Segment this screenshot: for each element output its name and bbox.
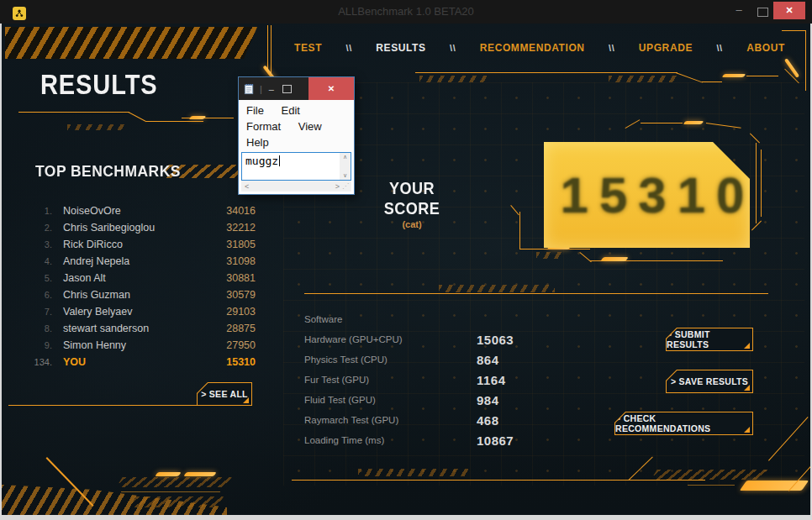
nav-item-upgrade[interactable]: UPGRADE (639, 42, 693, 54)
deco-divider (292, 480, 705, 481)
nav-separator: \\ (450, 43, 456, 53)
nav-item-test[interactable]: TEST (294, 42, 322, 54)
notepad-maximize-icon[interactable] (282, 85, 292, 93)
notepad-minimize-icon[interactable]: – (269, 85, 274, 93)
notepad-text[interactable]: muggz (242, 153, 340, 180)
app-canvas: TEST \\ RESULTS \\ RECOMMENDATION \\ UPG… (2, 24, 810, 515)
notepad-text-value: muggz (245, 155, 278, 167)
detail-value: 1164 (477, 373, 506, 387)
detail-value: 10867 (477, 433, 514, 448)
scroll-down-icon[interactable]: ∨ (343, 172, 347, 179)
horizontal-scrollbar[interactable]: < > ⋰ (241, 181, 351, 192)
deco-line (625, 119, 641, 129)
deco-hatch (419, 76, 487, 82)
close-icon[interactable]: ✕ (773, 2, 805, 19)
see-all-button[interactable]: > SEE ALL (197, 382, 252, 406)
player-score: 30579 (208, 286, 261, 303)
deco-line (768, 417, 809, 461)
resize-grip-icon[interactable]: ⋰ (340, 182, 351, 190)
check-recommendations-button[interactable]: > CHECK RECOMMENDATIONS (614, 412, 753, 435)
deco-blob (740, 481, 809, 491)
deco-line (590, 260, 723, 261)
menu-item-help[interactable]: Help (246, 136, 269, 149)
score-box: 15310 (544, 142, 750, 248)
table-row: 9.Simon Henny27950 (17, 337, 261, 354)
minimize-icon[interactable]: – (731, 3, 746, 16)
deco-dash (683, 121, 704, 124)
scroll-left-icon[interactable]: < (245, 182, 249, 191)
deco-streak (784, 58, 799, 78)
menu-item-file[interactable]: File (246, 104, 264, 117)
detail-value: 984 (477, 393, 499, 407)
deco-line (8, 405, 198, 406)
maximize-icon[interactable] (757, 8, 768, 17)
detail-label: Fluid Test (GPU) (304, 395, 477, 405)
deco-line (746, 76, 778, 76)
menu-item-view[interactable]: View (298, 120, 322, 133)
detail-row: Loading Time (ms)10867 (304, 430, 556, 450)
corner-triangle-icon (744, 343, 750, 349)
menu-row: Help (246, 134, 354, 150)
notepad-title-bar[interactable]: | – ✕ (239, 77, 354, 100)
notepad-close-icon[interactable]: ✕ (308, 77, 354, 100)
player-name: NoiseOvOre (63, 202, 208, 219)
player-name: Rick DiRicco (63, 236, 208, 253)
divider: | (260, 84, 262, 94)
notepad-text-area[interactable]: muggz ∧ ∨ (241, 152, 351, 181)
deco-line (805, 30, 806, 91)
deco-line (182, 118, 234, 118)
check-recommendations-label: > CHECK RECOMMENDATIONS (615, 412, 752, 434)
save-results-button[interactable]: > SAVE RESULTS (666, 370, 753, 393)
nav-item-about[interactable]: ABOUT (746, 42, 785, 54)
table-row: 2.Chris Saribegioglou32212 (17, 219, 261, 236)
deco-dash (189, 116, 207, 119)
leaderboard: 1.NoiseOvOre34016 2.Chris Saribegioglou3… (17, 202, 261, 370)
deco-line (519, 212, 520, 249)
player-score: 27950 (208, 337, 261, 354)
deco-line (18, 112, 129, 113)
deco-line (641, 123, 683, 123)
leaderboard-title: TOP BENCHMARKS (35, 162, 181, 181)
vertical-scrollbar[interactable]: ∧ ∨ (340, 153, 351, 180)
title-bar: ALLBenchmark 1.0 BETA20 – ✕ (0, 0, 812, 24)
player-score: 30881 (208, 270, 261, 286)
table-row: 5.Jason Alt30881 (17, 270, 261, 286)
deco-hatch (116, 477, 231, 487)
deco-line (519, 249, 590, 249)
table-row: 6.Chris Guzman30579 (17, 286, 261, 303)
notepad-window[interactable]: | – ✕ File Edit Format View Help mu (238, 76, 355, 195)
deco-dash (155, 472, 182, 476)
corner-triangle-icon (744, 427, 750, 433)
corner-triangle-icon (744, 385, 750, 391)
menu-row: Format View (246, 118, 354, 134)
nav-item-recommendation[interactable]: RECOMMENDATION (480, 42, 585, 54)
menu-item-edit[interactable]: Edit (282, 104, 300, 117)
page-title: RESULTS (40, 69, 158, 101)
detail-row: Physics Test (CPU)864 (304, 349, 556, 370)
player-name: Jason Alt (63, 270, 208, 286)
deco-line (750, 133, 760, 143)
deco-dash (183, 472, 217, 476)
menu-row: File Edit (246, 102, 354, 118)
detail-label: Loading Time (ms) (304, 435, 477, 445)
nav-item-results[interactable]: RESULTS (376, 42, 425, 54)
save-results-label: > SAVE RESULTS (667, 370, 752, 392)
corner-triangle-icon (243, 397, 249, 403)
rank: 3. (17, 236, 52, 253)
your-score-block: YOUR SCORE (cat) (351, 178, 472, 229)
menu-item-format[interactable]: Format (246, 120, 281, 133)
nav-separator: \\ (609, 43, 614, 53)
detail-value: 15063 (477, 333, 514, 347)
player-name: Andrej Nepela (63, 253, 208, 270)
submit-results-button[interactable]: > SUBMIT RESULTS (666, 328, 753, 351)
deco-hatch (67, 124, 126, 130)
deco-line (756, 143, 757, 223)
text-caret (279, 155, 280, 166)
deco-line (129, 112, 147, 122)
detail-row: Raymarch Test (GPU)468 (304, 410, 556, 430)
rank: 2. (17, 219, 52, 236)
player-score: 28875 (208, 320, 261, 337)
player-score: 31805 (208, 236, 261, 253)
deco-line (784, 69, 799, 84)
scroll-up-icon[interactable]: ∧ (343, 154, 347, 160)
